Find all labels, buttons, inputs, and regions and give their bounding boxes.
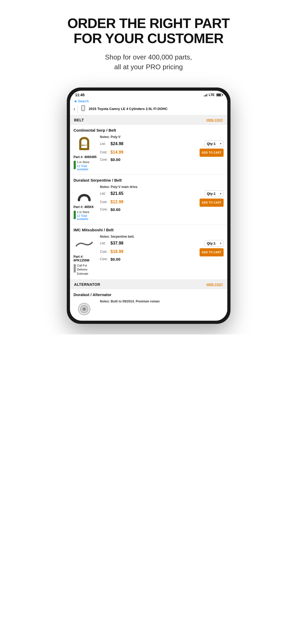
hero-subtitle-line1: Shop for over 400,000 parts, <box>105 53 192 61</box>
imc-controls: Qty:1 ▾ <box>205 240 224 247</box>
imc-core-price-row: Core: $0.00 <box>100 257 224 261</box>
status-time: 11:45 <box>75 93 85 97</box>
cost-price: $14.99 <box>111 150 200 155</box>
duralast-total-available-link[interactable]: 12 Total available <box>77 214 97 220</box>
imc-mitsuboshi-details: Notes: Serpentine belt. List: $37.98 Qty… <box>100 235 224 276</box>
duralast-list-price-row: List: $21.65 Qty:1 ▾ <box>100 190 224 197</box>
imc-cost-label: Cost: <box>100 250 111 254</box>
lte-label: LTE <box>209 93 215 97</box>
nav-search-back[interactable]: ◄ Search <box>74 99 224 103</box>
duralast-notes-label: Notes: <box>100 185 110 189</box>
battery-icon <box>216 93 222 96</box>
duralast-cost-price: $12.99 <box>111 200 200 204</box>
imc-core-price: $0.00 <box>111 257 224 261</box>
imc-mitsuboshi-notes: Notes: Serpentine belt. <box>100 235 224 238</box>
continental-serp-notes: Notes: Poly-V <box>100 135 224 139</box>
chevron-down-icon: ▾ <box>220 142 221 145</box>
duralast-core-label: Core: <box>100 208 111 211</box>
cost-label: Cost: <box>100 150 111 154</box>
duralast-alt-image-col <box>74 300 97 318</box>
continental-serp-availability: 1 in Store 12 Total available <box>74 160 97 171</box>
duralast-qty-select[interactable]: Qty:1 ▾ <box>205 190 224 197</box>
svg-point-2 <box>83 110 83 111</box>
duralast-serp-name: Duralast Serpentine / Belt <box>74 178 224 182</box>
hero-title: ORDER THE RIGHT PART FOR YOUR CUSTOMER <box>11 16 286 46</box>
duralast-core-price-row: Core: $0.00 <box>100 207 224 212</box>
duralast-alt-card: Duralast / Alternator <box>70 289 227 321</box>
continental-serp-partnumber: Part #: 4060495 <box>74 155 97 159</box>
svg-rect-1 <box>82 106 84 110</box>
duralast-in-store-text: 1 in Store <box>77 210 97 214</box>
continental-serp-card: Continental Serp / Belt BELT P <box>70 125 227 174</box>
imc-mitsuboshi-image <box>74 235 95 253</box>
hero-title-line2: FOR YOUR CUSTOMER <box>74 31 224 46</box>
availability-indicator-green-2 <box>74 211 76 219</box>
in-store-text: 1 in Store <box>77 160 97 164</box>
duralast-cost-label: Cost: <box>100 200 111 204</box>
imc-mitsuboshi-partnumber: Part #: 6PK1255M <box>74 255 97 262</box>
imc-add-to-cart-button[interactable]: ADD TO CART <box>200 248 223 256</box>
duralast-belt-icon <box>75 186 93 203</box>
qty-select[interactable]: Qty:1 ▾ <box>205 140 224 147</box>
alternator-section-title: ALTERNATOR <box>74 282 100 287</box>
phone-screen: 11:45 LTE ◄ Search ‹ <box>70 91 227 321</box>
imc-mitsuboshi-image-col: Part #: 6PK1255M Call For Delivery Estim… <box>74 235 97 276</box>
duralast-serp-details: Notes: Poly-V main drive. List: $21.65 Q… <box>100 185 224 220</box>
svg-text:BELT: BELT <box>81 144 87 146</box>
hero-title-line1: ORDER THE RIGHT PART <box>67 16 230 31</box>
continental-serp-details: Notes: Poly-V List: $24.98 Qty:1 ▾ <box>100 135 224 171</box>
signal-bar-2 <box>205 95 206 96</box>
imc-mitsuboshi-availability: Call For Delivery Estimate <box>74 264 97 276</box>
duralast-cost-price-row: Cost: $12.99 ADD TO CART <box>100 197 224 207</box>
duralast-core-price: $0.00 <box>111 207 224 212</box>
core-price: $0.00 <box>111 157 224 162</box>
duralast-qty-value: Qty:1 <box>207 192 216 196</box>
imc-availability-text: Call For Delivery Estimate <box>77 264 97 276</box>
phone-frame: 11:45 LTE ◄ Search ‹ <box>67 88 230 324</box>
imc-list-price-row: List: $37.98 Qty:1 ▾ <box>100 240 224 247</box>
duralast-alt-details: Notes: Built to 09/2014. Premium reman <box>100 300 224 318</box>
imc-belt-icon <box>75 237 93 251</box>
phone-wrapper: 11:45 LTE ◄ Search ‹ <box>0 82 297 334</box>
signal-bar-1 <box>204 95 205 96</box>
availability-text: 1 in Store 12 Total available <box>77 160 97 171</box>
duralast-serp-notes: Notes: Poly-V main drive. <box>100 185 224 189</box>
vehicle-label: 2015 Toyota Camry LE 4 Cylinders 2.5L FI… <box>89 107 223 111</box>
status-right: LTE <box>204 93 222 97</box>
qty-value: Qty:1 <box>207 142 216 146</box>
battery-fill <box>217 94 221 96</box>
alt-notes-value: Built to 09/2014. Premium reman <box>111 300 159 303</box>
continental-serp-image-col: BELT Part #: 4060495 1 in Store 12 Total… <box>74 135 97 171</box>
imc-qty-select[interactable]: Qty:1 ▾ <box>205 240 224 247</box>
duralast-add-to-cart-button[interactable]: ADD TO CART <box>200 199 223 207</box>
duralast-alt-notes: Notes: Built to 09/2014. Premium reman <box>100 300 224 303</box>
alternator-section-header: ALTERNATOR HIDE COST <box>70 280 227 289</box>
imc-notes-label: Notes: <box>100 235 110 238</box>
duralast-serp-partnumber: Part #: 495K6 <box>74 205 97 209</box>
notes-label: Notes: <box>100 135 110 139</box>
alt-notes-label: Notes: <box>100 300 110 303</box>
alternator-hide-cost-button[interactable]: HIDE COST <box>206 283 223 286</box>
hero-subtitle-line2: all at your PRO pricing <box>114 63 183 71</box>
signal-bar-3 <box>206 94 207 96</box>
continental-serp-name: Continental Serp / Belt <box>74 128 224 132</box>
imc-list-label: List: <box>100 241 111 245</box>
duralast-serp-image <box>74 185 95 204</box>
hero-subtitle: Shop for over 400,000 parts, all at your… <box>11 52 286 72</box>
continental-add-to-cart-button[interactable]: ADD TO CART <box>200 149 223 157</box>
belt-section-title: BELT <box>74 118 84 122</box>
duralast-serp-availability: 1 in Store 12 Total available <box>74 210 97 220</box>
total-available-link[interactable]: 12 Total available <box>77 164 97 171</box>
back-button[interactable]: ‹ <box>74 105 78 113</box>
duralast-controls: Qty:1 ▾ <box>205 190 224 197</box>
continental-controls: Qty:1 ▾ <box>205 140 224 147</box>
belt-hide-cost-button[interactable]: HIDE COST <box>206 118 223 122</box>
notes-value: Poly-V <box>111 135 120 139</box>
core-price-row: Core: $0.00 <box>100 157 224 162</box>
availability-indicator-gray <box>74 264 76 273</box>
status-bar: 11:45 LTE <box>70 91 227 98</box>
phone-icon <box>80 105 86 113</box>
imc-qty-value: Qty:1 <box>207 241 216 245</box>
imc-list-price: $37.98 <box>111 241 205 246</box>
alternator-icon <box>75 300 93 318</box>
